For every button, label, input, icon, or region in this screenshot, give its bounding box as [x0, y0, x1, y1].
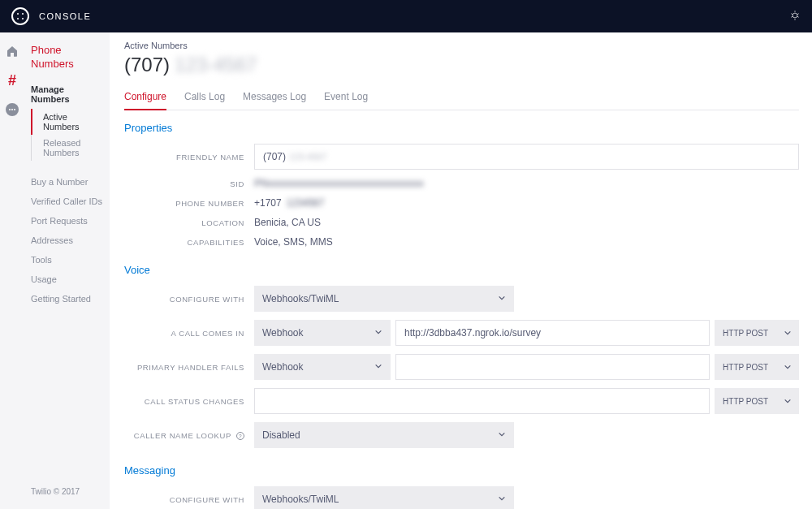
svg-point-0	[793, 13, 797, 18]
location-value: Benicia, CA US	[254, 217, 321, 228]
voice-fail-method[interactable]: HTTP POST	[715, 354, 776, 380]
voice-call-url-input[interactable]	[395, 320, 710, 346]
chevron-down-icon	[374, 361, 382, 373]
tab-event-log[interactable]: Event Log	[324, 88, 368, 110]
voice-fail-handler-value: Webhook	[262, 361, 303, 373]
friendly-name-visible: (707)	[263, 151, 286, 162]
sidebar-item-addresses[interactable]: Addresses	[31, 231, 103, 250]
tab-messages-log[interactable]: Messages Log	[243, 88, 306, 110]
sidebar-item-verified-caller-ids[interactable]: Verified Caller IDs	[31, 192, 103, 211]
sidebar-item-usage[interactable]: Usage	[31, 270, 103, 289]
voice-fail-url-input[interactable]	[395, 354, 710, 380]
icon-rail: #	[0, 32, 24, 509]
msg-configure-with-value: Webhooks/TwiML	[262, 494, 339, 505]
sidebar-item-released-numbers[interactable]: Released Numbers	[38, 135, 103, 161]
chevron-down-icon	[498, 429, 506, 441]
chevron-down-icon	[498, 293, 506, 304]
sidebar-footer: Twilio © 2017	[31, 487, 103, 503]
capabilities-value: Voice, SMS, MMS	[254, 236, 333, 248]
chevron-down-icon[interactable]	[776, 388, 799, 414]
tab-configure[interactable]: Configure	[124, 88, 166, 110]
sidebar-item-getting-started[interactable]: Getting Started	[31, 289, 103, 308]
app-title: CONSOLE	[39, 11, 91, 21]
phone-number-visible: +1707	[254, 197, 282, 209]
label-sid: SID	[124, 179, 254, 188]
phone-number-redacted: 1234567	[287, 197, 325, 209]
label-friendly-name: FRIENDLY NAME	[124, 153, 254, 162]
section-messaging-title: Messaging	[124, 464, 799, 477]
sidebar-item-tools[interactable]: Tools	[31, 250, 103, 270]
hash-icon[interactable]: #	[5, 73, 19, 88]
friendly-name-redacted: 123-4567	[289, 152, 327, 162]
sidebar-item-buy-number[interactable]: Buy a Number	[31, 172, 103, 192]
main: Active Numbers (707) 123-4567 Configure …	[110, 32, 812, 509]
home-icon[interactable]	[5, 44, 19, 58]
label-capabilities: CAPABILITIES	[124, 238, 254, 247]
sidebar: Phone Numbers Manage Numbers Active Numb…	[24, 32, 110, 509]
topbar: CONSOLE	[0, 0, 812, 32]
chevron-down-icon	[498, 494, 506, 505]
tabs: Configure Calls Log Messages Log Event L…	[124, 88, 799, 110]
voice-status-url-input[interactable]	[254, 388, 710, 414]
voice-caller-lookup-select[interactable]: Disabled	[254, 422, 514, 448]
page-title: (707) 123-4567	[124, 54, 799, 76]
label-voice-configure-with: CONFIGURE WITH	[124, 295, 254, 304]
voice-caller-lookup-value: Disabled	[262, 429, 300, 441]
label-location: LOCATION	[124, 218, 254, 227]
page-title-visible: (707)	[124, 54, 170, 76]
voice-call-handler-value: Webhook	[262, 327, 303, 339]
label-voice-primary-fail: PRIMARY HANDLER FAILS	[124, 363, 254, 372]
label-phone-number: PHONE NUMBER	[124, 199, 254, 208]
voice-configure-with-value: Webhooks/TwiML	[262, 293, 339, 304]
label-voice-caller-lookup: CALLER NAME LOOKUP ?	[124, 431, 254, 440]
tab-calls-log[interactable]: Calls Log	[184, 88, 225, 110]
breadcrumb: Active Numbers	[124, 41, 799, 50]
msg-configure-with-select[interactable]: Webhooks/TwiML	[254, 486, 514, 509]
more-icon[interactable]	[5, 102, 19, 117]
label-voice-call-comes-in: A CALL COMES IN	[124, 329, 254, 338]
debug-icon[interactable]	[789, 10, 801, 24]
sid-value: PNxxxxxxxxxxxxxxxxxxxxxxxxxxxxxxxx	[254, 178, 424, 189]
voice-status-method[interactable]: HTTP POST	[715, 388, 776, 414]
page-title-redacted: 123-4567	[175, 54, 257, 76]
label-voice-status-changes: CALL STATUS CHANGES	[124, 397, 254, 406]
label-msg-configure-with: CONFIGURE WITH	[124, 495, 254, 504]
sidebar-item-active-numbers[interactable]: Active Numbers	[31, 109, 103, 135]
voice-call-handler-select[interactable]: Webhook	[254, 320, 391, 346]
voice-configure-with-select[interactable]: Webhooks/TwiML	[254, 286, 514, 312]
chevron-down-icon[interactable]	[776, 320, 799, 346]
product-name[interactable]: Phone Numbers	[31, 44, 103, 71]
label-voice-caller-lookup-text: CALLER NAME LOOKUP	[134, 431, 231, 440]
voice-fail-handler-select[interactable]: Webhook	[254, 354, 391, 380]
chevron-down-icon[interactable]	[776, 354, 799, 380]
voice-call-method[interactable]: HTTP POST	[715, 320, 776, 346]
section-voice-title: Voice	[124, 264, 799, 276]
section-properties-title: Properties	[124, 122, 799, 134]
friendly-name-input[interactable]: (707) 123-4567	[254, 144, 799, 170]
help-icon[interactable]: ?	[236, 432, 244, 440]
sidebar-item-port-requests[interactable]: Port Requests	[31, 211, 103, 231]
logo-icon[interactable]	[11, 7, 29, 25]
sidebar-section-manage[interactable]: Manage Numbers	[31, 84, 103, 104]
chevron-down-icon	[374, 327, 382, 339]
